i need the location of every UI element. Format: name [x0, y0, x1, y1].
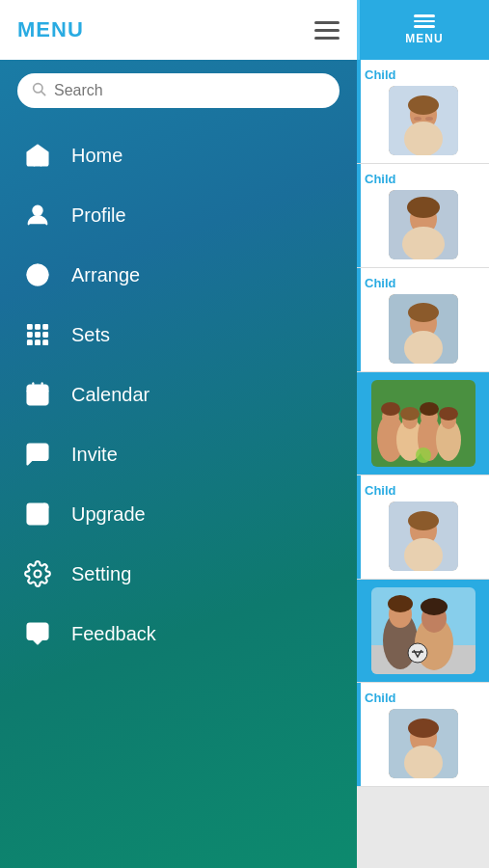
- svg-rect-7: [36, 325, 41, 330]
- upgrade-icon: [21, 498, 54, 530]
- sidebar-item-profile[interactable]: Profile: [0, 185, 357, 245]
- svg-rect-21: [41, 395, 45, 399]
- child-2-photo: [389, 190, 458, 259]
- svg-rect-8: [43, 325, 48, 330]
- child-3-label: Child: [363, 276, 396, 290]
- home-icon: [21, 139, 54, 172]
- left-header: MENU: [0, 0, 357, 60]
- svg-point-55: [439, 407, 458, 420]
- feedback-icon: [21, 617, 54, 650]
- svg-point-23: [36, 451, 40, 455]
- search-icon: [31, 81, 46, 100]
- profile-icon: [21, 199, 54, 231]
- sidebar-item-invite[interactable]: Invite: [0, 424, 357, 484]
- svg-rect-19: [32, 395, 36, 399]
- sets-icon: [21, 318, 54, 351]
- child-sport-photo: [371, 587, 475, 674]
- child-5-photo: [389, 709, 458, 778]
- svg-point-46: [381, 402, 400, 416]
- invite-icon: [21, 438, 54, 471]
- svg-point-32: [404, 122, 443, 155]
- svg-rect-9: [28, 333, 33, 338]
- sidebar-item-calendar[interactable]: Calendar: [0, 365, 357, 424]
- child-group-photo: [371, 380, 475, 467]
- svg-point-59: [408, 511, 439, 530]
- search-container: [0, 60, 357, 116]
- setting-icon: [21, 557, 54, 590]
- svg-point-22: [32, 451, 36, 455]
- right-item-child-3[interactable]: Child: [357, 268, 489, 372]
- svg-rect-6: [28, 325, 33, 330]
- child-3-photo: [389, 294, 458, 364]
- child-2-label: Child: [363, 172, 396, 186]
- right-item-child-1[interactable]: Child: [357, 60, 489, 164]
- sidebar-item-arrange[interactable]: Arrange: [0, 245, 357, 305]
- svg-point-2: [33, 206, 41, 215]
- svg-point-31: [408, 95, 439, 115]
- search-box: [17, 73, 340, 108]
- sidebar-item-upgrade-label: Upgrade: [71, 503, 146, 526]
- right-panel: MENU Child Child: [357, 0, 489, 868]
- sidebar-item-sets[interactable]: Sets: [0, 305, 357, 365]
- search-input[interactable]: [54, 82, 326, 99]
- svg-rect-12: [28, 340, 33, 345]
- child-5-label: Child: [363, 691, 396, 705]
- sidebar-item-arrange-label: Arrange: [71, 264, 140, 286]
- child-1-label: Child: [363, 68, 396, 82]
- svg-rect-13: [36, 340, 41, 345]
- sidebar-item-home-label: Home: [71, 145, 122, 167]
- svg-point-41: [408, 303, 439, 322]
- svg-point-33: [414, 117, 421, 121]
- svg-point-68: [421, 598, 448, 615]
- sidebar-item-setting[interactable]: Setting: [0, 544, 357, 604]
- sidebar-item-invite-label: Invite: [71, 444, 118, 466]
- sidebar-item-feedback[interactable]: Feedback: [0, 604, 357, 664]
- sidebar-item-home[interactable]: Home: [0, 125, 357, 185]
- sidebar-item-sets-label: Sets: [71, 324, 110, 346]
- right-item-child-sport[interactable]: [357, 580, 489, 683]
- svg-rect-14: [43, 340, 48, 345]
- svg-rect-10: [36, 333, 41, 338]
- svg-point-34: [425, 117, 433, 121]
- svg-point-37: [407, 197, 440, 218]
- svg-point-69: [408, 643, 427, 663]
- svg-point-56: [416, 448, 431, 463]
- svg-point-72: [408, 719, 439, 738]
- right-item-child-2[interactable]: Child: [357, 164, 489, 268]
- svg-rect-11: [43, 333, 48, 338]
- right-item-child-5[interactable]: Child: [357, 683, 489, 787]
- svg-rect-20: [37, 395, 41, 399]
- menu-title: MENU: [17, 17, 84, 42]
- child-1-photo: [389, 86, 458, 155]
- right-item-child-group[interactable]: [357, 372, 489, 475]
- nav-list: Home Profile Arrange: [0, 116, 357, 868]
- child-4-label: Child: [363, 483, 396, 498]
- svg-point-52: [420, 402, 439, 416]
- sidebar-item-calendar-label: Calendar: [71, 384, 149, 406]
- child-4-photo: [389, 502, 458, 571]
- sidebar-item-setting-label: Setting: [71, 563, 131, 585]
- right-panel-title: MENU: [405, 32, 443, 45]
- right-panel-header: MENU: [357, 0, 489, 60]
- sidebar-item-upgrade[interactable]: Upgrade: [0, 484, 357, 544]
- sidebar-item-feedback-label: Feedback: [71, 623, 156, 645]
- hamburger-button[interactable]: [314, 21, 340, 40]
- calendar-icon: [21, 378, 54, 411]
- svg-point-49: [400, 407, 420, 420]
- arrange-icon: [21, 258, 54, 291]
- svg-line-1: [41, 92, 45, 95]
- svg-rect-26: [28, 624, 48, 639]
- svg-point-65: [388, 595, 413, 612]
- sidebar-item-profile-label: Profile: [71, 204, 126, 227]
- left-panel: MENU Ho: [0, 0, 357, 868]
- right-item-child-4[interactable]: Child: [357, 475, 489, 580]
- right-header-hamburger: [414, 14, 435, 28]
- svg-point-24: [40, 451, 43, 455]
